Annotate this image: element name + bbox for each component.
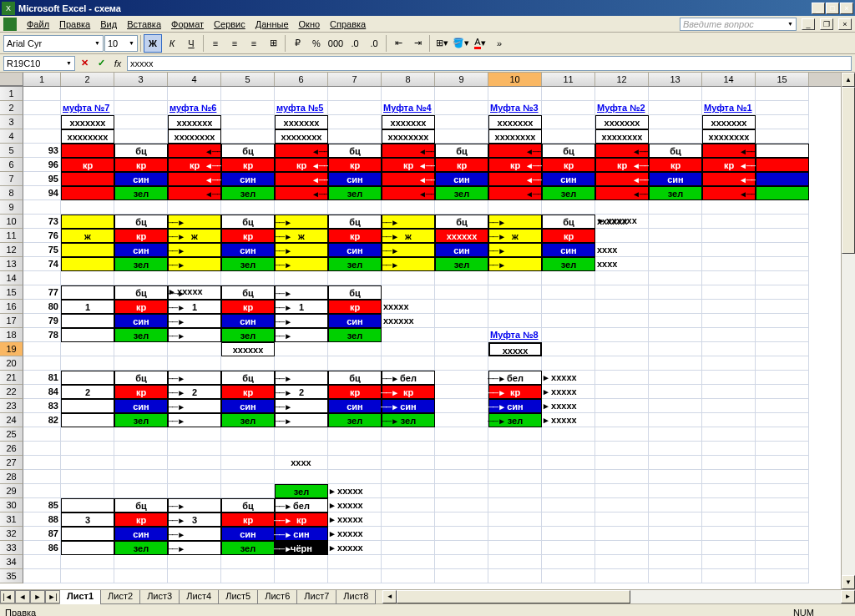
cell-r18c1[interactable]: 78	[23, 328, 61, 342]
cell-r16c7[interactable]: кр	[328, 300, 382, 314]
cell-r3c7[interactable]	[328, 115, 382, 129]
align-right-button[interactable]: ≡	[245, 34, 263, 53]
close-button[interactable]: ×	[840, 3, 853, 14]
cell-r17c7[interactable]: син	[328, 314, 382, 328]
cell-r27c7[interactable]	[328, 456, 382, 470]
cell-r14c13[interactable]	[649, 271, 702, 285]
cell-r17c8[interactable]: xxxxxx	[382, 314, 435, 328]
cell-r6c10[interactable]: кр◄──	[488, 158, 542, 172]
cell-r19c2[interactable]	[61, 342, 114, 356]
cell-r27c2[interactable]	[61, 456, 114, 470]
cell-r32c13[interactable]	[649, 527, 702, 541]
cell-r24c10[interactable]: зел──►	[488, 413, 542, 427]
cell-r11c10[interactable]: ж──►	[488, 229, 542, 243]
cell-r24c2[interactable]	[61, 413, 114, 427]
cell-r31c13[interactable]	[649, 512, 702, 527]
cell-r21c6[interactable]: ──►	[275, 371, 328, 385]
cell-r12c9[interactable]: син	[435, 243, 488, 257]
cell-r14c5[interactable]	[221, 271, 275, 285]
cell-r7c1[interactable]: 95	[23, 172, 61, 186]
cell-r32c6[interactable]: син──►	[275, 527, 328, 541]
cell-r10c9[interactable]: бц	[435, 215, 488, 229]
cell-r29c14[interactable]	[702, 484, 756, 498]
cell-r13c14[interactable]	[702, 257, 756, 271]
cell-r7c14[interactable]: ◄──	[702, 172, 756, 186]
cell-r3c1[interactable]	[23, 115, 61, 129]
cell-r11c13[interactable]	[649, 229, 702, 243]
cell-r32c1[interactable]: 87	[23, 527, 61, 541]
cell-r15c15[interactable]	[756, 285, 809, 300]
scroll-track-v[interactable]	[842, 87, 855, 575]
cell-r33c14[interactable]	[702, 541, 756, 555]
cell-r33c15[interactable]	[756, 541, 809, 555]
cell-r23c12[interactable]	[595, 399, 649, 413]
cell-r18c11[interactable]	[542, 328, 595, 342]
cell-r3c5[interactable]	[221, 115, 275, 129]
cell-r25c5[interactable]	[221, 427, 275, 442]
cell-r5c4[interactable]: ◄──	[168, 144, 221, 158]
cell-r13c4[interactable]: ──►	[168, 257, 221, 271]
cell-r3c9[interactable]	[435, 115, 488, 129]
cell-r30c4[interactable]: ──►	[168, 498, 221, 512]
cell-r11c9[interactable]: xxxxxx	[435, 229, 488, 243]
cell-r35c7[interactable]	[328, 569, 382, 583]
row-header-15[interactable]: 15	[0, 285, 23, 300]
sheet-tab-Лист5[interactable]: Лист5	[218, 590, 258, 604]
cell-r23c6[interactable]: ──►	[275, 399, 328, 413]
cell-r8c6[interactable]: ◄──	[275, 186, 328, 200]
scroll-right-button[interactable]: ►	[841, 590, 855, 603]
cell-r28c13[interactable]	[649, 470, 702, 484]
cell-r19c11[interactable]	[542, 342, 595, 356]
sheet-tab-Лист6[interactable]: Лист6	[257, 590, 297, 604]
cell-r33c13[interactable]	[649, 541, 702, 555]
cell-r33c9[interactable]	[435, 541, 488, 555]
name-box[interactable]: R19C10▼	[3, 56, 75, 71]
cell-r7c9[interactable]: син	[435, 172, 488, 186]
cell-r18c10[interactable]: Муфта №8	[488, 328, 542, 342]
cell-r10c4[interactable]: ──►	[168, 215, 221, 229]
cell-r30c5[interactable]: бц	[221, 498, 275, 512]
nav-next-button[interactable]: ►	[30, 590, 45, 603]
cell-r16c6[interactable]: 1──►	[275, 300, 328, 314]
cell-r27c13[interactable]	[649, 456, 702, 470]
row-header-17[interactable]: 17	[0, 314, 23, 328]
cell-r18c15[interactable]	[756, 328, 809, 342]
cell-r34c3[interactable]	[114, 555, 168, 569]
cell-r18c9[interactable]	[435, 328, 488, 342]
minimize-button[interactable]: _	[812, 3, 825, 14]
cell-r16c9[interactable]	[435, 300, 488, 314]
sheet-tab-Лист7[interactable]: Лист7	[296, 590, 336, 604]
cell-r19c4[interactable]	[168, 342, 221, 356]
italic-button[interactable]: К	[163, 34, 181, 53]
cell-r25c14[interactable]	[702, 427, 756, 442]
cell-r29c8[interactable]	[382, 484, 435, 498]
cell-r34c10[interactable]	[488, 555, 542, 569]
cell-r27c3[interactable]	[114, 456, 168, 470]
cell-r22c9[interactable]	[435, 385, 488, 399]
menu-data[interactable]: Данные	[250, 18, 294, 31]
cell-r11c4[interactable]: ж──►	[168, 229, 221, 243]
cell-r10c1[interactable]: 73	[23, 215, 61, 229]
cell-r17c5[interactable]: син	[221, 314, 275, 328]
menu-help[interactable]: Справка	[325, 18, 371, 31]
cell-r14c11[interactable]	[542, 271, 595, 285]
cell-r2c10[interactable]: Муфта №3	[488, 101, 542, 115]
cell-r18c13[interactable]	[649, 328, 702, 342]
cell-r16c15[interactable]	[756, 300, 809, 314]
cell-r34c2[interactable]	[61, 555, 114, 569]
cell-r6c12[interactable]: кр◄──	[595, 158, 649, 172]
doc-minimize-button[interactable]: _	[802, 18, 815, 30]
cell-r26c13[interactable]	[649, 442, 702, 456]
formula-input[interactable]: xxxxx	[127, 56, 852, 71]
cell-r29c15[interactable]	[756, 484, 809, 498]
cell-r31c8[interactable]	[382, 512, 435, 527]
cell-r15c13[interactable]	[649, 285, 702, 300]
row-header-24[interactable]: 24	[0, 413, 23, 427]
cell-r15c1[interactable]: 77	[23, 285, 61, 300]
cell-r5c3[interactable]: бц	[114, 144, 168, 158]
cell-r1c1[interactable]	[23, 87, 61, 101]
cell-r34c7[interactable]	[328, 555, 382, 569]
row-header-1[interactable]: 1	[0, 87, 23, 101]
col-header-7[interactable]: 7	[328, 73, 382, 86]
cell-r4c3[interactable]	[114, 129, 168, 144]
